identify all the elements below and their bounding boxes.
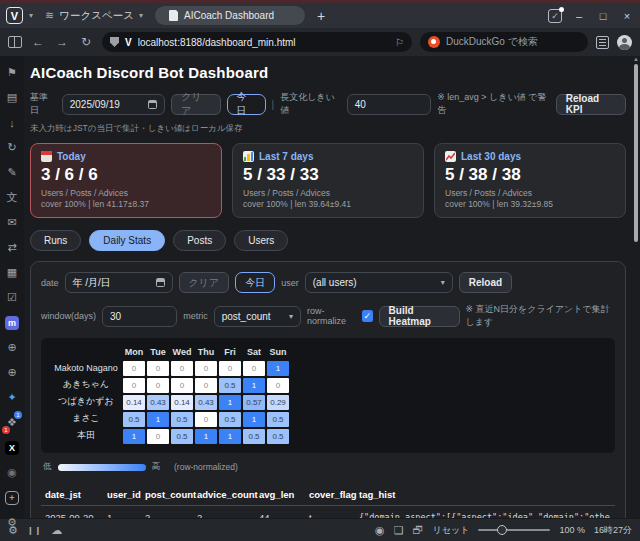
date-filter-input[interactable]: 年 /月/日 xyxy=(65,272,173,293)
reading-list-panel-icon[interactable]: ▤ xyxy=(2,85,22,110)
sync-status-icon[interactable]: ✓ xyxy=(548,9,562,23)
bookmark-flag-icon[interactable]: ⚐ xyxy=(395,37,404,48)
web-panel-icon[interactable]: ⊕ xyxy=(2,335,22,360)
clear-date-button[interactable]: クリア xyxy=(171,94,220,115)
heatmap-cell[interactable]: 0 xyxy=(219,361,241,376)
heatmap-cell[interactable]: 1 xyxy=(243,378,265,393)
heatmap-cell[interactable]: 0.43 xyxy=(147,395,169,410)
bookmarks-panel-icon[interactable]: ⚑ xyxy=(2,60,22,85)
heatmap-cell[interactable]: 1 xyxy=(123,429,145,444)
heatmap-cell[interactable]: 1 xyxy=(147,412,169,427)
app-web-panel-icon[interactable]: ✦ xyxy=(2,385,22,410)
reload-button[interactable]: Reload xyxy=(459,272,512,293)
reload-button[interactable]: ↻ xyxy=(78,35,94,49)
build-heatmap-button[interactable]: Build Heatmap xyxy=(379,306,460,327)
heatmap-cell[interactable]: 0 xyxy=(195,412,217,427)
heatmap-cell[interactable]: 0 xyxy=(171,361,193,376)
heatmap-cell[interactable]: 0.57 xyxy=(243,395,265,410)
discord-web-panel-icon[interactable]: m xyxy=(2,310,22,335)
row-normalize-checkbox[interactable]: ✓ xyxy=(362,310,372,322)
search-placeholder[interactable]: DuckDuckGo で検索 xyxy=(446,35,538,49)
feeds-panel-icon[interactable]: ⇄ xyxy=(2,235,22,260)
user-select[interactable]: (all users) ▾ xyxy=(305,272,453,293)
page-scrollbar[interactable]: ▲ xyxy=(632,56,640,518)
tiling-icon[interactable]: ❏ xyxy=(394,524,404,537)
heatmap-cell[interactable]: 0 xyxy=(147,378,169,393)
zoom-slider[interactable] xyxy=(478,525,550,535)
reading-list-icon[interactable] xyxy=(596,36,609,49)
mail-panel-icon[interactable]: ✉ xyxy=(2,210,22,235)
clear-filter-button[interactable]: クリア xyxy=(179,272,230,293)
scroll-up-arrow[interactable]: ▲ xyxy=(632,56,640,62)
break-mode-icon[interactable]: ❙❙ xyxy=(27,526,42,535)
heatmap-cell[interactable]: 1 xyxy=(219,429,241,444)
dark-settings-panel-icon[interactable]: ◉ xyxy=(2,460,22,485)
notes-panel-icon[interactable]: ✎ xyxy=(2,160,22,185)
threshold-input[interactable]: 40 xyxy=(347,94,432,115)
heatmap-cell[interactable]: 0.14 xyxy=(171,395,193,410)
heatmap-cell[interactable]: 0.5 xyxy=(219,412,241,427)
minimize-button[interactable]: – xyxy=(572,10,586,22)
tab-posts[interactable]: Posts xyxy=(173,230,226,251)
calendar-picker-icon[interactable] xyxy=(156,278,165,287)
tasks-panel-icon[interactable]: ☑ xyxy=(2,285,22,310)
history-panel-icon[interactable]: ↻ xyxy=(2,135,22,160)
heatmap-cell[interactable]: 0.5 xyxy=(267,429,289,444)
heatmap-cell[interactable]: 0.5 xyxy=(171,412,193,427)
heatmap-cell[interactable]: 0.29 xyxy=(267,395,289,410)
x-web-panel-icon[interactable]: X xyxy=(2,435,22,460)
active-tab[interactable]: AICoach Dashboard xyxy=(155,6,305,25)
workspace-button[interactable]: ≋ ワークスペース ▾ xyxy=(39,7,149,25)
reload-kpi-button[interactable]: Reload KPI xyxy=(556,94,626,115)
heatmap-cell[interactable]: 0.43 xyxy=(195,395,217,410)
zoom-slider-track[interactable] xyxy=(478,529,550,531)
heatmap-cell[interactable]: 0 xyxy=(243,361,265,376)
forward-button[interactable]: → xyxy=(54,35,70,49)
heatmap-cell[interactable]: 1 xyxy=(243,412,265,427)
translate-panel-icon[interactable]: 文 xyxy=(2,185,22,210)
heatmap-cell[interactable]: 0.5 xyxy=(267,412,289,427)
extension-badged-icon[interactable]: ❖11 xyxy=(2,410,22,435)
web-panel-2-icon[interactable]: ⊕ xyxy=(2,360,22,385)
search-field[interactable]: DuckDuckGo で検索 xyxy=(420,32,588,52)
heatmap-cell[interactable]: 0 xyxy=(267,378,289,393)
vivaldi-menu-button[interactable]: V xyxy=(6,7,23,24)
maximize-button[interactable]: □ xyxy=(596,10,610,22)
capture-page-icon[interactable]: ◉ xyxy=(375,524,385,537)
new-tab-button[interactable]: + xyxy=(311,8,331,24)
calendar-picker-icon[interactable] xyxy=(148,100,157,109)
address-bar[interactable]: V localhost:8188/dashboard_min.html ⚐ xyxy=(102,32,412,52)
heatmap-cell[interactable]: 0.5 xyxy=(219,378,241,393)
window-days-input[interactable]: 30 xyxy=(102,306,177,327)
heatmap-cell[interactable]: 0.5 xyxy=(243,429,265,444)
heatmap-cell[interactable]: 0 xyxy=(195,378,217,393)
today-filter-button[interactable]: 今日 xyxy=(235,272,275,293)
heatmap-cell[interactable]: 0 xyxy=(171,378,193,393)
heatmap-cell[interactable]: 0 xyxy=(147,429,169,444)
calendar-panel-icon[interactable]: ▦ xyxy=(2,260,22,285)
sync-cloud-icon[interactable]: ☁ xyxy=(51,524,62,537)
url-text[interactable]: localhost:8188/dashboard_min.html xyxy=(138,37,296,48)
scrollbar-thumb[interactable] xyxy=(634,64,638,242)
close-button[interactable]: × xyxy=(620,10,634,22)
heatmap-cell[interactable]: 0 xyxy=(123,361,145,376)
heatmap-cell[interactable]: 0.5 xyxy=(171,429,193,444)
heatmap-cell[interactable]: 0 xyxy=(195,361,217,376)
zoom-reset-button[interactable]: リセット xyxy=(433,524,470,537)
profile-avatar[interactable] xyxy=(617,35,632,50)
heatmap-cell[interactable]: 0 xyxy=(147,361,169,376)
tab-runs[interactable]: Runs xyxy=(30,230,81,251)
tab-daily-stats[interactable]: Daily Stats xyxy=(89,230,165,251)
back-button[interactable]: ← xyxy=(30,35,46,49)
settings-gear-icon[interactable]: ⚙ xyxy=(2,510,22,535)
heatmap-cell[interactable]: 0.5 xyxy=(123,412,145,427)
zoom-slider-knob[interactable] xyxy=(497,525,507,535)
shield-icon[interactable] xyxy=(110,37,119,47)
heatmap-cell[interactable]: 1 xyxy=(267,361,289,376)
heatmap-cell[interactable]: 1 xyxy=(219,395,241,410)
today-button[interactable]: 今日 xyxy=(227,94,266,115)
downloads-panel-icon[interactable]: ↓ xyxy=(2,110,22,135)
add-web-panel-icon[interactable]: + xyxy=(2,485,22,510)
heatmap-cell[interactable]: 0.14 xyxy=(123,395,145,410)
base-date-input[interactable]: 2025/09/19 xyxy=(62,94,166,115)
